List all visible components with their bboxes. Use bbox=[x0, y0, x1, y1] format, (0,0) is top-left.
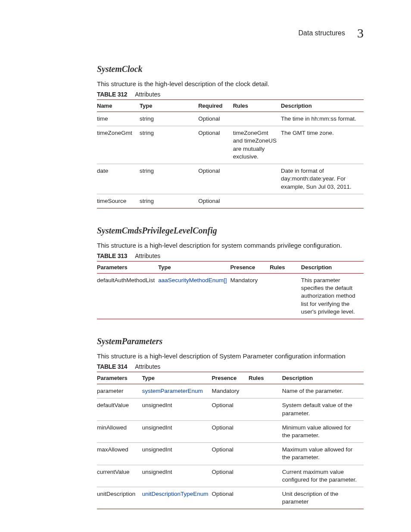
table-row: timeZoneGmtstringOptionaltimeZoneGmt and… bbox=[97, 126, 364, 164]
table-cell: The GMT time zone. bbox=[281, 126, 364, 164]
table-cell: Current maximum value configured for the… bbox=[282, 465, 364, 487]
column-header: Name bbox=[97, 100, 140, 112]
column-header: Presence bbox=[212, 372, 249, 384]
column-header: Description bbox=[282, 372, 364, 384]
table-row: timeSourcestringOptional bbox=[97, 194, 364, 208]
chapter-number: 3 bbox=[357, 26, 364, 40]
table-caption: TABLE 312Attributes bbox=[97, 91, 364, 98]
table-cell: systemParameterEnum bbox=[142, 384, 212, 398]
column-header: Rules bbox=[233, 100, 281, 112]
table-cell: string bbox=[140, 112, 198, 126]
table-row: currentValueunsignedIntOptionalCurrent m… bbox=[97, 465, 364, 487]
attributes-table: ParametersTypePresenceRulesDescriptionpa… bbox=[97, 372, 364, 509]
table-cell: parameter bbox=[97, 384, 142, 398]
table-cell bbox=[233, 112, 281, 126]
table-row: parametersystemParameterEnumMandatoryNam… bbox=[97, 384, 364, 398]
table-cell: Optional bbox=[212, 487, 249, 509]
table-number: TABLE 313 bbox=[97, 252, 127, 259]
page-content: Data structures 3 SystemClockThis struct… bbox=[0, 0, 411, 532]
section-description: This structure is the high-level descrip… bbox=[97, 80, 364, 87]
table-cell: timeZoneGmt and timeZoneUS are mutually … bbox=[233, 126, 281, 164]
table-cell: This parameter specifies the default aut… bbox=[301, 273, 364, 319]
column-header: Description bbox=[301, 261, 364, 273]
section: SystemParametersThis structure is a high… bbox=[97, 336, 364, 509]
table-caption: TABLE 313Attributes bbox=[97, 252, 364, 259]
table-row: defaultValueunsignedIntOptionalSystem de… bbox=[97, 398, 364, 420]
table-cell: string bbox=[140, 126, 198, 164]
page-header: Data structures 3 bbox=[97, 26, 364, 40]
type-link[interactable]: unitDescriptionTypeEnum bbox=[142, 491, 209, 497]
column-header: Required bbox=[198, 100, 233, 112]
section: SystemCmdsPrivilegeLevelConfigThis struc… bbox=[97, 226, 364, 319]
table-cell: unsignedInt bbox=[142, 420, 212, 442]
section: SystemClockThis structure is the high-le… bbox=[97, 64, 364, 208]
table-cell: Mandatory bbox=[230, 273, 270, 319]
table-cell: Optional bbox=[198, 164, 233, 194]
table-cell: Name of the parameter. bbox=[282, 384, 364, 398]
column-header: Parameters bbox=[97, 261, 158, 273]
table-row: timestringOptionalThe time in hh:mm:ss f… bbox=[97, 112, 364, 126]
table-row: minAllowedunsignedIntOptionalMinimum val… bbox=[97, 420, 364, 442]
table-cell: Unit description of the parameter bbox=[282, 487, 364, 509]
table-cell bbox=[249, 420, 282, 442]
table-cell: time bbox=[97, 112, 140, 126]
column-header: Presence bbox=[230, 261, 270, 273]
table-cell bbox=[270, 273, 301, 319]
table-cell: System default value of the parameter. bbox=[282, 398, 364, 420]
section-title: SystemParameters bbox=[97, 336, 364, 346]
table-title: Attributes bbox=[135, 363, 160, 370]
table-cell: currentValue bbox=[97, 465, 142, 487]
table-cell: date bbox=[97, 164, 140, 194]
table-cell: The time in hh:mm:ss format. bbox=[281, 112, 364, 126]
attributes-table: ParametersTypePresenceRulesDescriptionde… bbox=[97, 261, 364, 319]
table-row: maxAllowedunsignedIntOptionalMaximum val… bbox=[97, 443, 364, 465]
table-cell: unsignedInt bbox=[142, 465, 212, 487]
table-cell bbox=[249, 443, 282, 465]
table-cell: unitDescription bbox=[97, 487, 142, 509]
column-header: Parameters bbox=[97, 372, 142, 384]
table-cell bbox=[249, 398, 282, 420]
attributes-table: NameTypeRequiredRulesDescriptiontimestri… bbox=[97, 100, 364, 208]
table-cell: Optional bbox=[212, 443, 249, 465]
table-cell: Optional bbox=[212, 465, 249, 487]
table-caption: TABLE 314Attributes bbox=[97, 363, 364, 370]
table-cell: Optional bbox=[198, 112, 233, 126]
table-number: TABLE 312 bbox=[97, 91, 127, 98]
table-cell: Optional bbox=[198, 194, 233, 208]
table-title: Attributes bbox=[135, 252, 160, 259]
table-cell: string bbox=[140, 164, 198, 194]
column-header: Rules bbox=[249, 372, 282, 384]
table-cell: Minimum value allowed for the parameter. bbox=[282, 420, 364, 442]
section-title: SystemClock bbox=[97, 64, 364, 74]
table-cell bbox=[249, 465, 282, 487]
table-cell: Maximum value allowed for the parameter. bbox=[282, 443, 364, 465]
column-header: Type bbox=[140, 100, 198, 112]
section-description: This structure is a high-level descripti… bbox=[97, 352, 364, 360]
table-cell: defaultValue bbox=[97, 398, 142, 420]
table-cell: Optional bbox=[212, 420, 249, 442]
table-cell: timeZoneGmt bbox=[97, 126, 140, 164]
table-cell: Date in format of day:month:date:year. F… bbox=[281, 164, 364, 194]
table-cell: Mandatory bbox=[212, 384, 249, 398]
column-header: Type bbox=[158, 261, 230, 273]
table-cell: unsignedInt bbox=[142, 398, 212, 420]
type-link[interactable]: systemParameterEnum bbox=[142, 388, 203, 394]
column-header: Description bbox=[281, 100, 364, 112]
table-cell bbox=[233, 194, 281, 208]
table-cell: minAllowed bbox=[97, 420, 142, 442]
table-cell: string bbox=[140, 194, 198, 208]
type-link[interactable]: aaaSecurityMethodEnum[] bbox=[158, 277, 227, 283]
table-cell: defaultAuthMethodList bbox=[97, 273, 158, 319]
table-cell: unsignedInt bbox=[142, 443, 212, 465]
table-cell: unitDescriptionTypeEnum bbox=[142, 487, 212, 509]
section-description: This structure is a high-level descripti… bbox=[97, 242, 364, 249]
breadcrumb: Data structures bbox=[299, 29, 345, 37]
table-row: datestringOptionalDate in format of day:… bbox=[97, 164, 364, 194]
table-cell: Optional bbox=[198, 126, 233, 164]
table-cell bbox=[249, 487, 282, 509]
table-cell bbox=[249, 384, 282, 398]
table-title: Attributes bbox=[135, 91, 160, 98]
table-cell: Optional bbox=[212, 398, 249, 420]
column-header: Type bbox=[142, 372, 212, 384]
table-row: defaultAuthMethodListaaaSecurityMethodEn… bbox=[97, 273, 364, 319]
